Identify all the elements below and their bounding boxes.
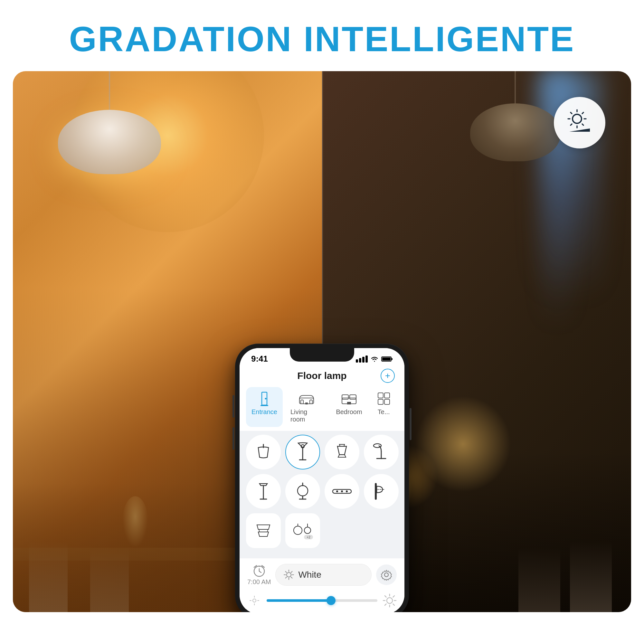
status-bar: 9:41 [240, 348, 404, 366]
ceiling-lamp-icon-cell[interactable] [246, 435, 281, 469]
spot-lamp-icon-cell[interactable] [325, 435, 359, 469]
signal-bar-3 [362, 357, 365, 363]
brightness-icon-circle [554, 97, 605, 148]
living-room-icon [298, 392, 315, 406]
tab-entrance-label: Entrance [251, 408, 277, 416]
page-title: GRADATION INTELLIGENTE [13, 19, 631, 58]
svg-rect-22 [347, 402, 351, 404]
entrance-icon [256, 392, 273, 406]
clock-section: 7:00 AM [247, 563, 271, 586]
signal-bar-2 [359, 358, 361, 363]
svg-point-33 [346, 490, 348, 492]
tab-bedroom-label: Bedroom [336, 408, 362, 416]
svg-line-62 [393, 604, 395, 606]
strip-lamp-icon-cell[interactable] [325, 474, 359, 509]
grid-cell-8[interactable] [364, 474, 399, 509]
svg-rect-25 [378, 399, 383, 404]
tab-bedroom[interactable]: Bedroom [331, 387, 368, 427]
bottom-panel: 7:00 AM [240, 558, 404, 591]
signal-bar-1 [356, 359, 358, 363]
brightness-slider[interactable] [267, 599, 377, 602]
svg-line-64 [385, 604, 386, 606]
svg-line-47 [291, 577, 292, 578]
grid-cell-2[interactable] [285, 435, 320, 469]
svg-rect-24 [384, 393, 390, 398]
slider-row [240, 591, 404, 612]
grid-cell-3[interactable] [325, 435, 359, 469]
svg-point-32 [341, 490, 343, 492]
multi-lamp-cell-1[interactable] [246, 513, 281, 548]
svg-point-50 [384, 573, 388, 577]
multi-lamp-cell-2[interactable]: +2 [285, 513, 320, 548]
bedroom-icon [340, 392, 358, 406]
header: GRADATION INTELLIGENTE [0, 0, 644, 71]
grid-cell-5[interactable] [246, 474, 281, 509]
page-wrapper: GRADATION INTELLIGENTE [0, 0, 644, 644]
grid-cell-6[interactable] [285, 474, 320, 509]
svg-point-51 [253, 599, 256, 602]
tab-more[interactable]: Te... [369, 387, 398, 427]
grid-cell-10[interactable]: +2 [285, 513, 320, 548]
svg-rect-20 [342, 395, 348, 399]
white-color-pill[interactable]: White [275, 564, 372, 586]
svg-rect-17 [310, 400, 312, 404]
floor-lamp-icon-cell[interactable] [285, 435, 320, 469]
signal-bars-icon [356, 355, 368, 363]
grid-cell-1[interactable] [246, 435, 281, 469]
svg-rect-11 [392, 358, 393, 360]
svg-rect-16 [301, 400, 303, 404]
settings-button[interactable] [376, 564, 397, 585]
tab-more-label: Te... [378, 408, 390, 416]
svg-line-48 [291, 571, 292, 573]
svg-rect-23 [378, 393, 383, 398]
clock-time-label: 7:00 AM [247, 578, 271, 586]
alarm-clock-icon [252, 563, 266, 578]
battery-icon [381, 356, 393, 362]
globe-lamp-icon-cell[interactable] [285, 474, 320, 509]
grid-cell-empty-2 [364, 513, 399, 548]
more-rooms-icon [375, 392, 393, 406]
svg-point-28 [374, 444, 381, 448]
bg-area: 9:41 [13, 71, 631, 612]
desk-lamp-icon-cell[interactable] [364, 435, 399, 469]
svg-point-0 [573, 114, 582, 123]
floor-standing-icon-cell[interactable] [246, 474, 281, 509]
svg-line-61 [385, 596, 386, 597]
tab-living-room[interactable]: Living room [285, 387, 329, 427]
slider-thumb[interactable] [327, 596, 336, 605]
status-icons [356, 355, 393, 363]
app-title: Floor lamp [297, 370, 346, 381]
svg-line-49 [286, 577, 287, 578]
status-time: 9:41 [251, 354, 268, 364]
svg-line-46 [286, 571, 287, 573]
svg-rect-26 [384, 399, 390, 404]
app-header: Floor lamp + [240, 366, 404, 387]
svg-line-5 [571, 112, 572, 114]
notch [290, 348, 354, 362]
grid-cell-4[interactable] [364, 435, 399, 469]
svg-point-37 [304, 527, 311, 534]
brightness-dimmer-icon [563, 107, 596, 139]
wall-lamp-icon-cell[interactable] [364, 474, 399, 509]
grid-cell-9[interactable] [246, 513, 281, 548]
tabs-row: Entrance [240, 387, 404, 431]
svg-point-56 [387, 598, 393, 603]
phone-outer: 9:41 [235, 344, 409, 612]
color-name-label: White [298, 570, 321, 580]
add-button[interactable]: + [381, 369, 395, 383]
svg-point-36 [294, 526, 302, 535]
tab-living-room-label: Living room [290, 408, 323, 423]
sun-large-icon [383, 593, 397, 608]
svg-rect-10 [382, 357, 391, 361]
grid-cell-7[interactable] [325, 474, 359, 509]
svg-line-8 [571, 124, 572, 125]
phone: 9:41 [235, 344, 409, 612]
svg-line-6 [582, 124, 583, 125]
tab-entrance[interactable]: Entrance [246, 387, 283, 427]
grid-cell-empty-1 [325, 513, 359, 548]
sun-sparkle-icon [283, 569, 294, 580]
wifi-icon [370, 355, 379, 363]
svg-rect-18 [305, 403, 308, 404]
svg-rect-21 [350, 395, 356, 399]
svg-point-14 [265, 398, 266, 400]
